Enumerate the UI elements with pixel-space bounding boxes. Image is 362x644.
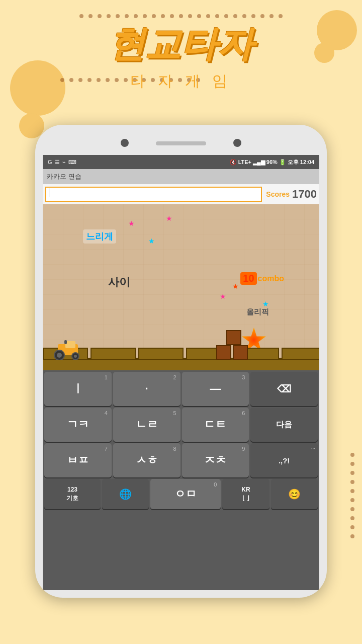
period-label: 오후 — [288, 158, 299, 166]
star-2: ★ — [148, 237, 155, 245]
bg-decoration-circle-small — [19, 113, 44, 138]
keyboard-icon: ⌨ — [68, 159, 76, 166]
platform-seg-2 — [90, 348, 136, 360]
keyboard-row-2: 4 ㄱㅋ 5 ㄴㄹ 6 ㄷㅌ 다음 — [44, 408, 318, 442]
dots-top-decoration — [0, 14, 362, 18]
key-7-bp[interactable]: 7 ㅂㅍ — [44, 443, 112, 477]
usb-icon: ⌁ — [62, 159, 66, 166]
key-5-nr[interactable]: 5 ㄴㄹ — [113, 408, 180, 442]
phone-camera-right — [233, 139, 241, 147]
svg-rect-6 — [64, 340, 67, 344]
key-0-om[interactable]: 0 ㅇㅁ — [150, 479, 221, 509]
menu-icon: ☰ — [55, 159, 60, 166]
battery-icon: 🔋 — [279, 159, 286, 166]
key-punctuation[interactable]: ··· .,?! — [250, 443, 318, 477]
dots-right-decoration — [350, 453, 354, 538]
score-display: Scores 1700 — [266, 188, 317, 201]
app-title-korean: 현교타자 — [0, 20, 362, 68]
app-header: 카카오 연습 — [43, 169, 319, 184]
mute-icon: 🔇 — [230, 159, 237, 166]
status-icons-left: G ☰ ⌁ ⌨ — [48, 159, 76, 166]
key-backspace[interactable]: ⌫ — [250, 372, 318, 406]
key-3-dash[interactable]: 3 — — [182, 372, 249, 406]
signal-bars: ▂▄▆ — [253, 159, 265, 166]
box-3 — [226, 330, 241, 345]
keyboard-row-4: 123기호 🌐 0 ㅇㅁ KR⌊ ⌋ 😊 — [44, 479, 318, 509]
tractor — [50, 340, 85, 360]
carrier-icon: G — [48, 159, 52, 165]
key-emoji[interactable]: 😊 — [271, 479, 318, 509]
combo-text: combo — [258, 274, 284, 283]
svg-point-5 — [74, 355, 77, 358]
game-content-area: ★ ★ ★ ★ ★ ★ 느리게 사이 10 combo 올리픽 — [43, 204, 319, 370]
ground-platform — [43, 360, 319, 370]
status-info-right: 🔇 LTE+ ▂▄▆ 96% 🔋 오후 12:04 — [230, 158, 314, 166]
box-2 — [233, 345, 248, 360]
score-label: Scores — [266, 190, 290, 198]
key-1-vertical[interactable]: 1 ㅣ — [44, 372, 112, 406]
star-4: ★ — [232, 282, 239, 290]
star-1: ★ — [128, 219, 135, 227]
star-5: ★ — [262, 300, 269, 308]
lte-icon: LTE+ — [238, 159, 251, 165]
app-title-container: 현교타자 타 자 게 임 — [0, 20, 362, 92]
key-next[interactable]: 다음 — [250, 408, 318, 442]
platform-seg-6 — [282, 348, 319, 360]
battery-pct: 96% — [266, 159, 278, 165]
platform-seg-3 — [138, 348, 184, 360]
status-bar: G ☰ ⌁ ⌨ 🔇 LTE+ ▂▄▆ 96% 🔋 오후 12:04 — [43, 155, 319, 169]
input-cursor — [49, 188, 49, 197]
word-neurige: 느리게 — [83, 229, 116, 244]
input-bar: Scores 1700 — [43, 184, 319, 204]
key-9-jc[interactable]: 9 ㅈㅊ — [182, 443, 249, 477]
star-6: ★ — [220, 292, 226, 300]
combo-badge: 10 combo — [240, 272, 284, 285]
score-value: 1700 — [292, 188, 317, 201]
word-olympic: 올리픽 — [246, 307, 269, 317]
phone-speaker — [156, 141, 206, 145]
box-1 — [216, 345, 231, 360]
key-globe[interactable]: 🌐 — [102, 479, 149, 509]
clock: 12:04 — [300, 159, 314, 165]
star-3: ★ — [166, 214, 172, 222]
app-header-title: 카카오 연습 — [47, 172, 81, 181]
combo-number: 10 — [240, 272, 256, 285]
word-sai: 사이 — [108, 275, 130, 290]
key-8-sh[interactable]: 8 ㅅㅎ — [113, 443, 180, 477]
key-2-dot[interactable]: 2 · — [113, 372, 180, 406]
phone-frame: G ☰ ⌁ ⌨ 🔇 LTE+ ▂▄▆ 96% 🔋 오후 12:04 카카오 연습… — [35, 125, 327, 598]
text-input-field[interactable] — [45, 187, 262, 202]
phone-camera-left — [121, 139, 129, 147]
key-4-gk[interactable]: 4 ㄱㅋ — [44, 408, 112, 442]
keyboard-row-3: 7 ㅂㅍ 8 ㅅㅎ 9 ㅈㅊ ··· .,?! — [44, 443, 318, 477]
key-6-dt[interactable]: 6 ㄷㅌ — [182, 408, 249, 442]
app-title-sub: 타 자 게 임 — [0, 71, 362, 92]
svg-point-3 — [57, 353, 62, 358]
keyboard-area: 1 ㅣ 2 · 3 — ⌫ 4 ㄱㅋ 5 ㄴㄹ — [43, 370, 319, 590]
keyboard-row-1: 1 ㅣ 2 · 3 — ⌫ — [44, 372, 318, 406]
key-123-symbol[interactable]: 123기호 — [44, 479, 101, 509]
key-kr-space[interactable]: KR⌊ ⌋ — [222, 479, 269, 509]
